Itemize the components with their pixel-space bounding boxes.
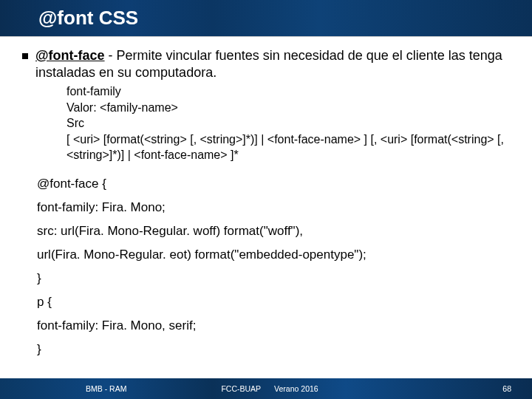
code-line: } — [37, 271, 511, 286]
bullet-text: @font-face - Permite vincular fuentes si… — [35, 47, 511, 81]
syntax-line: font-family — [66, 83, 511, 100]
code-line: font-family: Fira. Mono, serif; — [37, 318, 511, 333]
code-line: @font-face { — [37, 177, 511, 191]
code-line: src: url(Fira. Mono-Regular. woff) forma… — [37, 224, 511, 239]
slide-title: @font CSS — [38, 7, 138, 30]
slide-content: @font-face - Permite vincular fuentes si… — [0, 37, 532, 378]
code-line: font-family: Fira. Mono; — [37, 200, 511, 215]
footer-org: FCC-BUAP — [221, 384, 261, 393]
bullet-term: @font-face — [35, 48, 105, 63]
bullet-item: @font-face - Permite vincular fuentes si… — [22, 47, 511, 81]
code-line: p { — [37, 295, 511, 310]
code-example: @font-face { font-family: Fira. Mono; sr… — [37, 177, 511, 357]
syntax-block: font-family Valor: <family-name> Src [ <… — [66, 83, 511, 163]
slide-footer: BMB - RAM FCC-BUAP Verano 2016 68 — [0, 378, 532, 399]
syntax-line: Src — [66, 115, 511, 132]
syntax-line: [ <uri> [format(<string> [, <string>]*)]… — [66, 132, 511, 163]
footer-term: Verano 2016 — [274, 384, 318, 393]
syntax-line: Valor: <family-name> — [66, 100, 511, 116]
bullet-icon — [22, 53, 28, 59]
code-line: url(Fira. Mono-Regular. eot) format("emb… — [37, 248, 511, 262]
slide-number: 68 — [502, 384, 511, 393]
slide-header: @font CSS — [0, 0, 532, 37]
slide: @font CSS @font-face - Permite vincular … — [0, 0, 532, 399]
bullet-sep: - — [105, 48, 117, 63]
footer-authors: BMB - RAM — [86, 384, 126, 393]
code-line: } — [37, 342, 511, 357]
